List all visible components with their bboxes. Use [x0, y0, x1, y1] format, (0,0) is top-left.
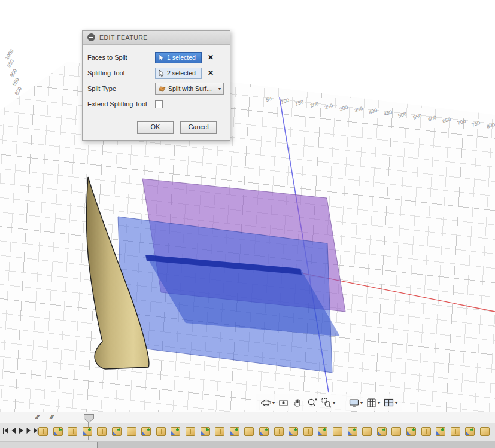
timeline-feature-sketch[interactable]	[362, 427, 372, 436]
split-type-label: Split Type	[87, 85, 155, 92]
extend-splitting-tool-label: Extend Splitting Tool	[87, 100, 155, 108]
timeline-feature-split[interactable]	[230, 427, 239, 436]
faces-selected-count: 1 selected	[167, 54, 196, 61]
fusion-app-window: { "dialog": { "title": "EDIT FEATURE", "…	[0, 0, 495, 448]
dialog-body: Faces to Split 1 selected ✕ Splitting To…	[83, 45, 230, 140]
faces-to-split-label: Faces to Split	[87, 54, 155, 61]
faces-to-split-row: Faces to Split 1 selected ✕	[87, 50, 225, 65]
model-scene[interactable]	[0, 0, 495, 448]
look-at-icon	[278, 397, 289, 409]
pan-tool-button[interactable]	[291, 396, 305, 410]
split-type-value: Split with Surf...	[168, 85, 212, 92]
clear-faces-selection-icon[interactable]: ✕	[208, 54, 214, 61]
timeline-feature-split[interactable]	[259, 427, 269, 436]
split-type-dropdown[interactable]: Split with Surf... ▾	[155, 83, 224, 95]
dialog-buttons: OK Cancel	[87, 121, 225, 134]
dialog-options-icon[interactable]	[87, 33, 95, 41]
timeline-feature-sketch[interactable]	[38, 427, 48, 436]
chevron-down-icon[interactable]: ▾	[333, 400, 335, 406]
chevron-down-icon[interactable]: ▾	[272, 400, 275, 406]
grid-icon	[366, 397, 377, 409]
timeline-feature-split[interactable]	[201, 427, 210, 436]
tools-selected-count: 2 selected	[167, 69, 196, 77]
extend-splitting-tool-row: Extend Splitting Tool	[87, 96, 225, 112]
step-back-icon	[9, 426, 17, 435]
cancel-button[interactable]: Cancel	[180, 121, 217, 134]
timeline-feature-sketch[interactable]	[244, 427, 254, 436]
zoom-tool-button[interactable]	[305, 396, 319, 410]
navigation-toolbar: ▾ ▾ ▾	[256, 394, 402, 411]
cursor-icon	[158, 69, 165, 77]
timeline: /// ///	[0, 412, 495, 448]
split-type-row: Split Type Split with Surf... ▾	[87, 81, 225, 96]
timeline-skip-to-start-button[interactable]	[1, 426, 9, 435]
zoom-window-icon	[321, 397, 332, 409]
timeline-feature-split[interactable]	[53, 427, 63, 436]
timeline-group-marks: ///	[49, 414, 54, 420]
timeline-feature-split[interactable]	[406, 427, 416, 436]
display-settings-button[interactable]: ▾	[347, 396, 364, 410]
display-settings-icon	[348, 397, 360, 409]
cursor-icon	[158, 54, 165, 62]
timeline-feature-split[interactable]	[112, 427, 122, 436]
timeline-feature-sketch[interactable]	[303, 427, 313, 436]
chevron-down-icon[interactable]: ▾	[360, 400, 363, 406]
timeline-scrollbar-thumb[interactable]	[0, 442, 98, 448]
skip-to-start-icon	[1, 426, 9, 435]
timeline-feature-split[interactable]	[436, 427, 445, 436]
zoom-window-tool-button[interactable]: ▾	[320, 396, 336, 410]
timeline-feature-sketch[interactable]	[391, 427, 401, 436]
timeline-feature-split[interactable]	[141, 427, 151, 436]
zoom-icon	[306, 397, 318, 409]
timeline-step-back-button[interactable]	[9, 426, 17, 435]
ok-button[interactable]: OK	[137, 121, 174, 134]
chevron-down-icon[interactable]: ▾	[395, 400, 397, 406]
timeline-scrollbar[interactable]	[0, 441, 495, 448]
timeline-group-marks: ///	[35, 414, 40, 420]
split-with-surface-icon	[158, 85, 166, 93]
timeline-feature-sketch[interactable]	[274, 427, 284, 436]
timeline-feature-split[interactable]	[83, 427, 92, 436]
timeline-feature-split[interactable]	[171, 427, 180, 436]
timeline-feature-sketch[interactable]	[215, 427, 224, 436]
timeline-feature-split[interactable]	[348, 427, 357, 436]
edit-feature-dialog: EDIT FEATURE Faces to Split 1 selected ✕…	[82, 30, 230, 141]
faces-to-split-selection-button[interactable]: 1 selected	[155, 52, 202, 63]
dialog-titlebar[interactable]: EDIT FEATURE	[83, 31, 230, 45]
timeline-feature-sketch[interactable]	[156, 427, 166, 436]
splitting-tool-selection-button[interactable]: 2 selected	[155, 68, 202, 79]
timeline-feature-sketch[interactable]	[421, 427, 431, 436]
timeline-play-button[interactable]	[17, 426, 25, 435]
orbit-icon	[260, 397, 272, 409]
grid-and-snaps-button[interactable]: ▾	[365, 396, 381, 410]
dialog-title: EDIT FEATURE	[99, 34, 148, 41]
clear-tool-selection-icon[interactable]: ✕	[208, 69, 214, 77]
viewport-layout-button[interactable]: ▾	[382, 396, 399, 410]
splitting-tool-row: Splitting Tool 2 selected ✕	[87, 65, 225, 81]
timeline-feature-split[interactable]	[377, 427, 387, 436]
timeline-feature-sketch[interactable]	[480, 427, 490, 436]
extend-splitting-tool-checkbox[interactable]	[155, 100, 163, 108]
timeline-feature-sketch[interactable]	[127, 427, 136, 436]
timeline-feature-sketch[interactable]	[451, 427, 460, 436]
timeline-feature-sketch[interactable]	[333, 427, 342, 436]
chevron-down-icon: ▾	[218, 86, 221, 92]
pan-hand-icon	[292, 397, 303, 409]
play-icon	[17, 426, 25, 435]
look-at-tool-button[interactable]	[277, 396, 290, 410]
viewport-layout-icon	[383, 397, 394, 409]
orbit-tool-button[interactable]: ▾	[259, 396, 276, 410]
timeline-feature-sketch[interactable]	[68, 427, 77, 436]
timeline-feature-split[interactable]	[318, 427, 327, 436]
timeline-feature-sketch[interactable]	[97, 427, 107, 436]
chevron-down-icon[interactable]: ▾	[378, 400, 380, 406]
splitting-tool-label: Splitting Tool	[87, 69, 155, 77]
timeline-feature-split[interactable]	[465, 427, 475, 436]
timeline-feature-split[interactable]	[289, 427, 298, 436]
timeline-feature-sketch[interactable]	[186, 427, 195, 436]
